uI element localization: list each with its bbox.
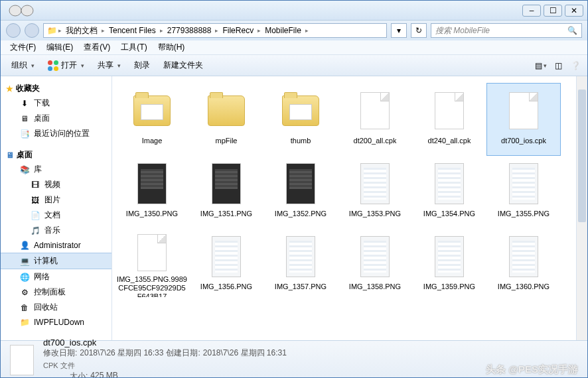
file-tile[interactable]: IMG_1355.PNG <box>486 156 561 229</box>
file-label: IMG_1359.PNG <box>423 283 475 291</box>
navigation-pane: ★收藏夹 ⬇下载 🖥桌面 📑最近访问的位置 🖥桌面 📚库 🎞视频 🖼图片 📄文档… <box>1 76 112 340</box>
file-label: mpFile <box>215 137 237 145</box>
preview-pane-button[interactable]: ◫ <box>551 59 565 72</box>
file-tile[interactable]: IMG_1353.PNG <box>338 156 412 229</box>
file-tile[interactable]: dt240_all.cpk <box>412 83 486 156</box>
file-tile[interactable]: IMG_1350.PNG <box>115 156 189 229</box>
img-light-icon <box>206 233 246 280</box>
sidebar-videos[interactable]: 🎞视频 <box>1 177 111 192</box>
scroll-thumb[interactable] <box>578 90 586 222</box>
page-icon <box>355 88 395 134</box>
toolbar: 组织 打开 共享 刻录 新建文件夹 ▤ ◫ ❔ <box>1 55 587 76</box>
menu-bar: 文件(F) 编辑(E) 查看(V) 工具(T) 帮助(H) <box>1 40 587 55</box>
file-label: IMG_1360.PNG <box>498 283 550 291</box>
forward-button[interactable] <box>25 23 39 38</box>
maximize-button[interactable]: ☐ <box>544 5 562 17</box>
search-input[interactable]: 搜索 MobileFile 🔍 <box>431 23 582 38</box>
menu-file[interactable]: 文件(F) <box>5 42 41 53</box>
file-tile[interactable]: Image <box>115 83 189 156</box>
page-icon <box>504 88 544 134</box>
sidebar-computer[interactable]: 💻计算机 <box>1 253 111 269</box>
file-tile[interactable]: IMG_1356.PNG <box>189 229 263 302</box>
user-icon: 👤 <box>19 240 30 251</box>
organize-button[interactable]: 组织 <box>6 58 40 73</box>
file-tile[interactable]: dt200_all.cpk <box>338 83 412 156</box>
file-label: dt200_all.cpk <box>354 137 397 145</box>
sidebar-recent[interactable]: 📑最近访问的位置 <box>1 126 111 141</box>
file-tile[interactable]: IMG_1359.PNG <box>412 229 486 302</box>
new-folder-button[interactable]: 新建文件夹 <box>158 58 208 73</box>
file-tile[interactable]: IMG_1351.PNG <box>189 156 263 229</box>
file-tile[interactable]: dt700_ios.cpk <box>486 83 561 156</box>
svg-point-1 <box>21 5 33 16</box>
breadcrumb[interactable]: 📁 ▸ 我的文档▸ Tencent Files▸ 2779388888▸ Fil… <box>43 23 387 38</box>
file-label: IMG_1356.PNG <box>200 283 252 291</box>
sidebar-desktop[interactable]: 🖥桌面 <box>1 111 111 126</box>
vertical-scrollbar[interactable] <box>576 76 587 340</box>
menu-tools[interactable]: 工具(T) <box>115 42 152 53</box>
selected-file-icon <box>10 345 34 375</box>
folder-open-icon <box>132 88 172 134</box>
sidebar-control-panel[interactable]: ⚙控制面板 <box>1 284 111 300</box>
menu-help[interactable]: 帮助(H) <box>153 42 190 53</box>
file-tile[interactable]: IMG_1355.PNG.9989CFCE95CF92929D5F643B17 <box>115 229 189 302</box>
img-dark-icon <box>206 160 246 207</box>
sidebar-extra[interactable]: 📁IWPFLUDown <box>1 315 111 330</box>
desktop-group[interactable]: 🖥桌面 <box>1 148 111 162</box>
file-tile[interactable]: IMG_1352.PNG <box>263 156 338 229</box>
file-tile[interactable]: IMG_1360.PNG <box>486 229 561 302</box>
file-label: IMG_1351.PNG <box>200 210 252 218</box>
file-tile[interactable]: IMG_1357.PNG <box>263 229 338 302</box>
file-label: dt700_ios.cpk <box>501 137 546 145</box>
sidebar-administrator[interactable]: 👤Administrator <box>1 238 111 253</box>
file-label: IMG_1350.PNG <box>126 210 178 218</box>
sidebar-network[interactable]: 🌐网络 <box>1 269 111 284</box>
img-light-icon <box>281 233 321 280</box>
sidebar-documents[interactable]: 📄文档 <box>1 208 111 223</box>
video-icon: 🎞 <box>30 180 40 190</box>
watermark: 头条 @PES实况手游 <box>486 363 578 376</box>
breadcrumb-item[interactable]: MobileFile <box>262 26 304 35</box>
burn-button[interactable]: 刻录 <box>129 58 155 73</box>
file-tile[interactable]: thumb <box>263 83 338 156</box>
menu-edit[interactable]: 编辑(E) <box>41 42 78 53</box>
file-label: IMG_1357.PNG <box>275 283 327 291</box>
back-button[interactable] <box>6 23 21 38</box>
download-icon: ⬇ <box>19 98 30 109</box>
minimize-button[interactable]: – <box>522 5 541 17</box>
sidebar-libraries[interactable]: 📚库 <box>1 162 111 177</box>
file-tile[interactable]: IMG_1354.PNG <box>412 156 486 229</box>
desktop-icon: 🖥 <box>19 113 30 124</box>
help-button[interactable]: ❔ <box>569 59 582 72</box>
favorites-group[interactable]: ★收藏夹 <box>1 82 111 95</box>
sidebar-pictures[interactable]: 🖼图片 <box>1 192 111 208</box>
music-icon: 🎵 <box>30 225 40 236</box>
file-grid[interactable]: ImagempFilethumbdt200_all.cpkdt240_all.c… <box>112 76 576 340</box>
open-button[interactable]: 打开 <box>42 58 90 73</box>
img-dark-icon <box>132 160 172 207</box>
share-button[interactable]: 共享 <box>92 58 126 73</box>
folder-icon <box>206 88 246 134</box>
menu-view[interactable]: 查看(V) <box>78 42 115 53</box>
modified-value: 2018\7\26 星期四 16:33 <box>80 347 163 359</box>
img-light-icon <box>504 233 544 280</box>
file-label: IMG_1358.PNG <box>349 283 401 291</box>
breadcrumb-item[interactable]: Tencent Files <box>106 26 159 35</box>
sidebar-recycle-bin[interactable]: 🗑回收站 <box>1 300 111 315</box>
file-label: IMG_1352.PNG <box>275 210 327 218</box>
history-dropdown[interactable]: ▾ <box>391 23 407 38</box>
sidebar-music[interactable]: 🎵音乐 <box>1 223 111 238</box>
view-options-button[interactable]: ▤ <box>534 59 548 72</box>
img-light-icon <box>429 233 469 280</box>
breadcrumb-item[interactable]: 2779388888 <box>165 26 214 35</box>
file-tile[interactable]: IMG_1358.PNG <box>338 229 412 302</box>
refresh-button[interactable]: ↻ <box>411 23 427 38</box>
breadcrumb-item[interactable]: FileRecv <box>220 26 256 35</box>
chevron-right-icon[interactable]: ▸ <box>57 27 63 34</box>
sidebar-downloads[interactable]: ⬇下载 <box>1 95 111 111</box>
breadcrumb-item[interactable]: 我的文档 <box>63 25 100 36</box>
file-tile[interactable]: mpFile <box>189 83 263 156</box>
size-value: 425 MB <box>90 371 117 378</box>
close-button[interactable]: ✕ <box>565 5 583 17</box>
search-icon[interactable]: 🔍 <box>567 26 577 35</box>
